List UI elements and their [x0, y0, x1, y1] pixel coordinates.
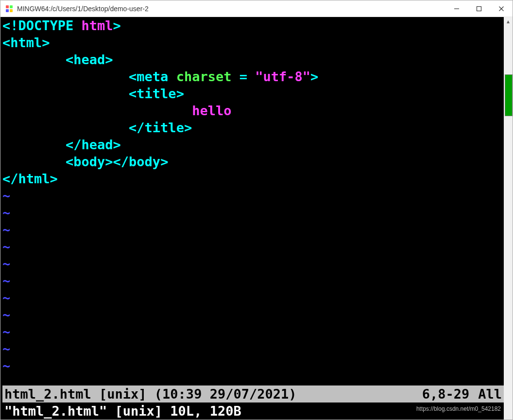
meta-attr-name: charset [176, 69, 232, 84]
statusline-percent: All [478, 385, 502, 402]
doctype-name: html [82, 18, 113, 33]
head-close-tag: </head> [66, 137, 121, 152]
title-close-tag: </title> [129, 120, 192, 135]
watermark-text: https://blog.csdn.net/m0_542182 [416, 401, 501, 418]
meta-eq: = [231, 69, 255, 84]
empty-line-tilde: ~ [2, 222, 10, 237]
close-button[interactable] [490, 0, 513, 17]
html-open-tag: <html> [2, 35, 50, 50]
empty-line-tilde: ~ [2, 341, 10, 356]
terminal[interactable]: <!DOCTYPE html> <html> <head> <meta char… [0, 17, 504, 420]
doctype-bracket: <!DOCTYPE [2, 18, 82, 33]
title-open-tag: <title> [129, 86, 184, 101]
head-open-tag: <head> [66, 52, 113, 67]
meta-open: <meta [129, 69, 176, 84]
statusline-filename: html_2.html [unix] (10:39 29/07/2021) [4, 385, 296, 402]
empty-line-tilde: ~ [2, 239, 10, 254]
editor-content[interactable]: <!DOCTYPE html> <html> <head> <meta char… [2, 17, 504, 385]
minimize-button[interactable] [445, 0, 468, 17]
window-title: MINGW64:/c/Users/1/Desktop/demo-user-2 [17, 5, 149, 13]
empty-line-tilde: ~ [2, 188, 10, 203]
statusline-position: 6,8-29 [422, 385, 479, 402]
window-controls [445, 0, 513, 17]
html-close-tag: </html> [2, 171, 58, 186]
meta-attr-value: "utf-8" [255, 69, 310, 84]
client-area: <!DOCTYPE html> <html> <head> <meta char… [0, 17, 513, 420]
empty-line-tilde: ~ [2, 324, 10, 339]
scrollbar-track[interactable]: ▴ [504, 17, 513, 420]
scrollbar-thumb[interactable] [505, 74, 513, 116]
maximize-button[interactable] [468, 0, 490, 17]
vim-cmdline[interactable]: "html_2.html" [unix] 10L, 120B https://b… [2, 402, 504, 420]
app-window: MINGW64:/c/Users/1/Desktop/demo-user-2 <… [0, 0, 513, 420]
scrollbar-up-arrow-icon[interactable]: ▴ [505, 18, 512, 25]
body-close-tag: </body> [113, 154, 169, 169]
title-text: hello [192, 103, 231, 118]
cmdline-text: "html_2.html" [unix] 10L, 120B [4, 402, 241, 420]
svg-rect-1 [477, 6, 481, 11]
empty-line-tilde: ~ [2, 273, 10, 288]
empty-line-tilde: ~ [2, 358, 10, 373]
app-icon [5, 5, 13, 13]
empty-line-tilde: ~ [2, 205, 10, 220]
doctype-close: > [113, 18, 121, 33]
empty-line-tilde: ~ [2, 307, 10, 322]
vim-statusline: html_2.html [unix] (10:39 29/07/2021) 6,… [2, 385, 504, 402]
titlebar[interactable]: MINGW64:/c/Users/1/Desktop/demo-user-2 [0, 0, 513, 17]
empty-line-tilde: ~ [2, 290, 10, 305]
body-open-tag: <body> [66, 154, 113, 169]
meta-close: > [310, 69, 318, 84]
empty-line-tilde: ~ [2, 256, 10, 271]
